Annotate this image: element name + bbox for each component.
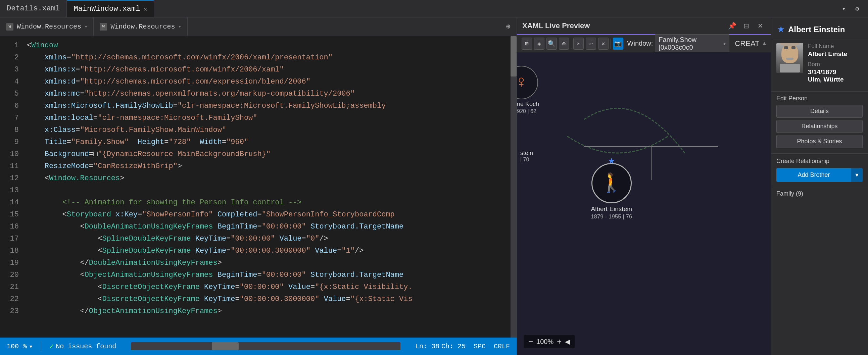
- einstein-star-icon: ★: [608, 153, 615, 167]
- pauline-node[interactable]: ♀ Pauline Koch 8 - 1920 | 62: [517, 66, 539, 115]
- zoom-in-button[interactable]: +: [557, 337, 562, 346]
- toolbar-btn-6[interactable]: ↩: [586, 38, 596, 50]
- right-dropdown-label: Window.Resources: [111, 23, 175, 31]
- tab-mainwindow[interactable]: MainWindow.xaml ✕: [67, 0, 154, 17]
- close-icon[interactable]: ✕: [143, 5, 147, 13]
- einstein-dates: 1879 - 1955 | 76: [591, 214, 632, 220]
- einstein-label: Albert Einstein 1879 - 1955 | 76: [591, 205, 632, 220]
- other-dates: | 70: [520, 157, 533, 163]
- main-area: W Window.Resources ▾ W Window.Resources …: [0, 18, 868, 355]
- full-name-label: Full Name: [808, 43, 863, 50]
- line-numbers: 12345 678910 1112131415 1617181920 21222…: [0, 36, 24, 337]
- left-dropdown[interactable]: W Window.Resources ▾: [0, 18, 94, 36]
- zoom-indicator: 100 % ▾: [7, 342, 33, 351]
- photo-inner: [776, 43, 803, 73]
- encoding-value: SPC: [474, 343, 486, 350]
- line-ending-value: CRLF: [494, 343, 510, 350]
- zoom-level: 100%: [536, 338, 554, 346]
- person-star-icon: ★: [777, 24, 785, 35]
- toolbar-btn-5[interactable]: ✂: [573, 38, 584, 50]
- toolbar-btn-4[interactable]: ⊕: [559, 38, 569, 50]
- einstein-node[interactable]: ★ 🚶 Albert Einstein 1879 - 1955 | 76: [591, 163, 632, 220]
- preview-canvas[interactable]: ♀ Pauline Koch 8 - 1920 | 62 stein | 70 …: [517, 52, 771, 355]
- create-relationship-section: Create Relationship Add Brother ▼: [771, 154, 868, 186]
- status-bar: 100 % ▾ ✓ No issues found Ln: 38 Ch: 25 …: [0, 337, 517, 355]
- window-value: Family.Show [0x003c0c0: [658, 36, 721, 51]
- pauline-name: Pauline Koch: [517, 101, 539, 107]
- cursor-position: Ln: 38 Ch: 25: [415, 343, 466, 350]
- scrollbar-thumb[interactable]: [510, 36, 517, 76]
- tab-details[interactable]: Details.xaml: [0, 0, 67, 17]
- person-photo: [776, 43, 803, 73]
- tab-controls: ▾ ⚙: [833, 3, 868, 14]
- pin-button[interactable]: 📌: [727, 21, 737, 31]
- born-place: Ulm, Württe: [808, 76, 844, 83]
- toolbar-separator-2: [611, 39, 611, 49]
- photos-stories-button[interactable]: Photos & Stories: [776, 135, 863, 148]
- window-selector[interactable]: Family.Show [0x003c0c0 ▾: [655, 34, 730, 53]
- horizontal-scrollbar[interactable]: [131, 342, 400, 350]
- add-brother-button[interactable]: Add Brother: [776, 168, 851, 182]
- preview-toolbar: ⊞ ◈ 🔍 ⊕ ✂ ↩ ✕ 📷 Window: Family.Show [0x0…: [517, 35, 771, 52]
- zoom-arrow-icon: ▾: [29, 342, 33, 351]
- preview-panel: XAML Live Preview 📌 ⊟ ✕ ⊞ ◈ 🔍 ⊕ ✂ ↩ ✕ 📷 …: [517, 18, 771, 355]
- person-name-heading: Albert Einstein: [788, 25, 845, 34]
- zoom-out-button[interactable]: −: [528, 337, 533, 346]
- status-check-item: ✓ No issues found: [49, 342, 116, 351]
- add-brother-dropdown-button[interactable]: ▼: [851, 168, 863, 182]
- full-name-value: Albert Einste: [808, 50, 863, 58]
- tree-connections-svg: [517, 52, 771, 355]
- add-brother-row: Add Brother ▼: [776, 168, 863, 182]
- encoding-item: SPC: [474, 343, 486, 350]
- float-button[interactable]: ⊟: [741, 21, 751, 31]
- edit-person-label: Edit Person: [776, 95, 863, 102]
- einstein-circle[interactable]: 🚶: [591, 163, 632, 203]
- pauline-label: Pauline Koch 8 - 1920 | 62: [517, 101, 539, 115]
- tab-bar: Details.xaml MainWindow.xaml ✕ ▾ ⚙: [0, 0, 868, 18]
- other-node[interactable]: stein | 70: [520, 150, 533, 163]
- person-info-section: Full Name Albert Einste Born 3/14/1879 U…: [771, 38, 868, 92]
- pauline-dates: 8 - 1920 | 62: [517, 108, 536, 114]
- relationships-button[interactable]: Relationships: [776, 120, 863, 133]
- ln-value: Ln: 38: [415, 343, 439, 350]
- born-date: 3/14/1879: [808, 68, 836, 75]
- born-value: 3/14/1879 Ulm, Württe: [808, 68, 863, 83]
- vertical-scrollbar[interactable]: [510, 36, 517, 337]
- other-name: stein: [520, 150, 533, 157]
- creat-label: CREAT: [735, 39, 759, 48]
- edit-section: Edit Person Details Relationships Photos…: [771, 92, 868, 154]
- toolbar-separator: [571, 39, 571, 49]
- xaml-preview-title: XAML Live Preview: [522, 22, 590, 30]
- toolbar-btn-1[interactable]: ⊞: [522, 38, 532, 50]
- right-dropdown[interactable]: W Window.Resources ▾: [94, 18, 187, 36]
- toolbar-btn-camera[interactable]: 📷: [613, 38, 623, 50]
- person-header: ★ Albert Einstein: [771, 18, 868, 38]
- status-text: No issues found: [56, 343, 116, 350]
- tab-gear-icon[interactable]: ⚙: [852, 3, 863, 14]
- code-area[interactable]: 12345 678910 1112131415 1617181920 21222…: [0, 36, 517, 337]
- dropdown-bars: W Window.Resources ▾ W Window.Resources …: [0, 18, 517, 36]
- code-editor[interactable]: <Window xmlns="http://schemas.microsoft.…: [24, 36, 510, 337]
- add-split-button[interactable]: ⊕: [500, 22, 517, 31]
- zoom-controls: − 100% + ◀: [524, 335, 575, 348]
- h-scrollbar-thumb[interactable]: [212, 342, 239, 350]
- details-button[interactable]: Details: [776, 105, 863, 118]
- creat-arrow-icon: ▲: [763, 41, 766, 46]
- create-rel-label: Create Relationship: [776, 158, 863, 165]
- left-dropdown-icon: W: [6, 23, 13, 31]
- left-dropdown-label: Window.Resources: [17, 23, 81, 31]
- ch-value: Ch: 25: [441, 343, 466, 350]
- zoom-value: 100 %: [7, 343, 27, 350]
- toolbar-btn-7[interactable]: ✕: [598, 38, 609, 50]
- tab-down-icon[interactable]: ▾: [838, 3, 849, 14]
- toolbar-btn-2[interactable]: ◈: [534, 38, 545, 50]
- right-dropdown-arrow-icon: ▾: [179, 24, 181, 30]
- window-label: Window:: [627, 40, 653, 47]
- toolbar-btn-3[interactable]: 🔍: [547, 38, 557, 50]
- line-ending-item: CRLF: [494, 343, 510, 350]
- tab-mainwindow-label: MainWindow.xaml: [73, 5, 140, 13]
- close-preview-button[interactable]: ✕: [755, 21, 765, 31]
- pauline-person-icon: ♀: [517, 73, 526, 92]
- tab-details-label: Details.xaml: [7, 4, 60, 13]
- right-dropdown-icon: W: [100, 23, 107, 31]
